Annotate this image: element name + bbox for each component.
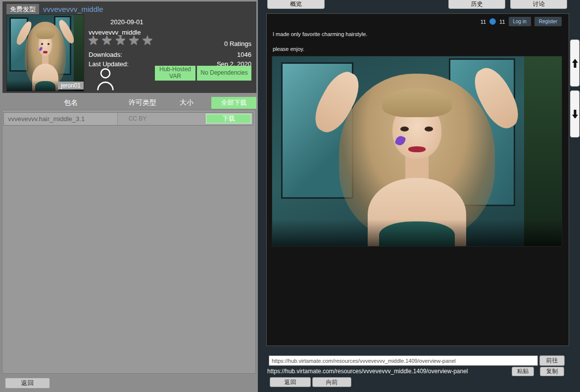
- publish-date: 2020-09-01: [110, 18, 144, 26]
- tab-discussion[interactable]: 讨论: [510, 0, 567, 9]
- go-button[interactable]: 前往: [539, 355, 565, 366]
- url-input[interactable]: [269, 355, 538, 366]
- current-url-text: https://hub.virtamate.com/resources/vvve…: [267, 368, 468, 375]
- up-arrow-icon: [572, 58, 579, 68]
- star-icon: ★: [115, 33, 128, 48]
- resource-panel: 免费发型 vvvevevvv_middle: [0, 0, 258, 392]
- browser-panel: 概览 历史 讨论 11 11 Log in Register I made on…: [266, 0, 569, 392]
- top-garment-shape: [35, 81, 55, 91]
- lips-shape: [43, 51, 48, 53]
- star-icon: ★: [128, 33, 142, 48]
- register-button[interactable]: Register: [534, 17, 562, 26]
- resource-meta: 2020-09-01 vvvevevvv_middle ★★★★★ 0 Rati…: [88, 13, 253, 91]
- tab-overview[interactable]: 概览: [267, 0, 325, 9]
- scrollbar: [569, 0, 580, 392]
- license-cell: CC BY: [115, 115, 160, 122]
- bangs-shape: [382, 88, 451, 117]
- copy-button[interactable]: 复制: [540, 367, 564, 376]
- star-icon: ★: [142, 33, 155, 48]
- browser-forward-button[interactable]: 向前: [312, 377, 351, 387]
- star-icon: ★: [101, 33, 114, 48]
- lips-shape: [408, 146, 426, 152]
- star-icon: ★: [88, 33, 101, 48]
- thumbnail-render: [7, 15, 84, 91]
- preview-render: [272, 56, 562, 246]
- download-button[interactable]: 下载: [206, 114, 251, 124]
- count-left: 11: [481, 19, 486, 25]
- user-icon: [97, 67, 114, 91]
- right-eye-shape: [48, 43, 50, 45]
- top-garment-shape: [379, 221, 454, 246]
- paste-button[interactable]: 粘贴: [512, 367, 534, 376]
- column-size: 大小: [171, 98, 202, 107]
- description-line-2: please enjoy.: [273, 46, 304, 52]
- rating-stars: ★★★★★: [88, 33, 155, 48]
- table-row: vvvevevvv.hair_middle_3.1 CC BY 410.6 KB…: [3, 112, 253, 126]
- reactions-icon: [489, 18, 496, 25]
- down-arrow-icon: [572, 109, 579, 119]
- package-name-cell: vvvevevvv.hair_middle_3.1: [4, 113, 118, 125]
- left-eye-shape: [41, 43, 44, 45]
- count-right: 11: [499, 19, 505, 25]
- resource-title-link[interactable]: vvvevevvv_middle: [43, 5, 103, 13]
- tab-history[interactable]: 历史: [448, 0, 505, 9]
- site-topbar: 11 11 Log in Register: [481, 17, 562, 26]
- page-content: 11 11 Log in Register I made only favori…: [266, 13, 569, 346]
- author-name: jeron01: [58, 82, 84, 89]
- resource-thumbnail[interactable]: jeron01: [6, 14, 84, 91]
- bangs-shape: [36, 28, 54, 39]
- left-eye-shape: [400, 127, 409, 131]
- resource-header-card: 免费发型 vvvevevvv_middle: [2, 1, 256, 93]
- ratings-count: 0 Ratings: [224, 40, 251, 47]
- foliage-background: [524, 56, 562, 246]
- hub-browser-window: 免费发型 vvvevevvv_middle: [0, 0, 580, 392]
- torso-shape: [32, 64, 58, 91]
- downloads-label: Downloads:: [89, 51, 122, 58]
- browser-back-button[interactable]: 返回: [270, 377, 311, 387]
- package-list: vvvevevvv.hair_middle_3.1 CC BY 410.6 KB…: [2, 110, 256, 374]
- scroll-up-button[interactable]: [570, 40, 580, 87]
- foliage-background: [74, 15, 84, 91]
- description-line-1: I made only favorite charming hairstyle.: [273, 31, 367, 37]
- hub-hosted-var-button[interactable]: Hub-Hosted VAR: [155, 66, 195, 81]
- downloads-value: 1046: [237, 51, 251, 58]
- column-license-type: 许可类型: [120, 98, 165, 107]
- category-badge: 免费发型: [6, 4, 39, 15]
- scroll-down-button[interactable]: [570, 90, 580, 137]
- package-table-header: 包名 许可类型 大小 全部下载: [0, 97, 258, 110]
- panel-back-button[interactable]: 返回: [5, 378, 50, 389]
- torso-shape: [368, 178, 466, 246]
- preview-image[interactable]: [272, 56, 562, 247]
- login-button[interactable]: Log in: [509, 17, 531, 26]
- no-dependencies-button[interactable]: No Dependencies: [197, 66, 251, 81]
- download-all-button[interactable]: 全部下载: [211, 97, 256, 109]
